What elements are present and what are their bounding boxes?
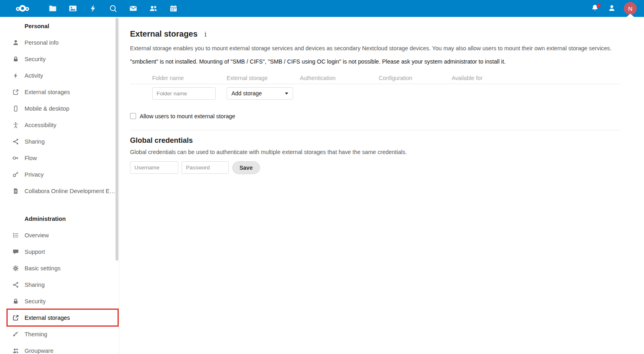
save-button[interactable]: Save	[232, 161, 260, 174]
sidebar-item-groupware[interactable]: Groupware	[0, 342, 119, 354]
sidebar-item-label: Privacy	[0, 171, 44, 178]
sidebar-scrollbar[interactable]	[116, 18, 118, 261]
external-storages-panel: External storages i External storage ena…	[120, 17, 644, 354]
smbclient-warning-text: "smbclient" is not installed. Mounting o…	[130, 58, 621, 66]
settings-sidebar: Personal Personal info Security Activity…	[0, 17, 119, 354]
notifications-bell-icon[interactable]	[591, 4, 600, 13]
sidebar-item-overview[interactable]: Overview	[0, 227, 119, 243]
sidebar-item-label: Support	[0, 249, 45, 255]
flow-icon	[12, 155, 19, 161]
photos-icon[interactable]	[68, 4, 77, 13]
page-title: External storages	[130, 29, 198, 39]
search-icon[interactable]	[109, 4, 118, 13]
sidebar-item-label: Theming	[0, 331, 47, 338]
sidebar-item-label: Sharing	[0, 282, 45, 288]
key-icon	[12, 171, 19, 178]
sidebar-section-administration: Administration Overview Support Basic se…	[0, 210, 119, 354]
contacts-menu-icon[interactable]	[608, 4, 617, 13]
files-icon[interactable]	[48, 4, 57, 13]
external-link-icon	[12, 89, 19, 95]
global-credentials-description: Global credentials can be used to authen…	[130, 149, 621, 155]
nextcloud-logo-icon[interactable]	[12, 3, 33, 14]
table-header-configuration: Configuration	[379, 75, 452, 81]
allow-users-checkbox-label: Allow users to mount external storage	[140, 113, 235, 119]
intro-text: External storage enables you to mount ex…	[130, 45, 621, 53]
user-menu-caret	[627, 14, 634, 17]
sidebar-item-flow[interactable]: Flow	[0, 150, 119, 166]
list-icon	[12, 232, 19, 239]
sidebar-item-label: Activity	[0, 72, 43, 79]
sidebar-item-label: Overview	[0, 232, 49, 239]
activity-icon[interactable]	[89, 4, 97, 13]
username-field[interactable]	[130, 161, 178, 174]
sidebar-item-label: Groupware	[0, 348, 54, 354]
global-credentials-title: Global credentials	[130, 136, 621, 145]
avatar[interactable]: N	[624, 2, 637, 15]
sidebar-item-security-personal[interactable]: Security	[0, 51, 119, 67]
sidebar-item-mobile-desktop[interactable]: Mobile & desktop	[0, 100, 119, 117]
user-icon	[12, 39, 19, 46]
document-icon	[12, 188, 19, 194]
table-header-authentication: Authentication	[300, 75, 379, 81]
calendar-icon[interactable]	[169, 4, 178, 13]
new-storage-row: Add storage	[130, 84, 621, 103]
sidebar-item-activity[interactable]: Activity	[0, 67, 119, 84]
mobile-icon	[12, 105, 19, 112]
table-header-folder-name: Folder name	[152, 75, 227, 81]
sidebar-item-security-admin[interactable]: Security	[0, 293, 119, 309]
contacts-icon[interactable]	[149, 4, 158, 13]
mail-icon[interactable]	[129, 4, 138, 13]
info-icon[interactable]: i	[204, 30, 206, 38]
sidebar-heading-administration: Administration	[0, 210, 119, 227]
share-icon	[12, 138, 19, 145]
sidebar-item-label: Security	[0, 56, 45, 62]
flash-icon	[12, 72, 19, 79]
notification-unread-dot	[597, 4, 601, 7]
add-storage-select-label: Add storage	[231, 90, 262, 97]
sidebar-item-label: Accessibility	[0, 122, 56, 128]
table-header-available-for: Available for	[452, 75, 621, 81]
sidebar-item-collabora[interactable]: Collabora Online Development Edit...	[0, 183, 119, 199]
table-header-row: Folder name External storage Authenticat…	[130, 73, 621, 84]
lock-icon	[12, 56, 19, 62]
sidebar-item-basic-settings[interactable]: Basic settings	[0, 260, 119, 276]
sidebar-item-label: Mobile & desktop	[0, 105, 69, 112]
comment-icon	[12, 249, 19, 255]
sidebar-item-support[interactable]: Support	[0, 243, 119, 260]
sidebar-item-label: Personal info	[0, 39, 59, 46]
sidebar-item-theming[interactable]: Theming	[0, 326, 119, 342]
folder-name-input[interactable]	[152, 87, 216, 100]
sidebar-item-label: External storages	[0, 89, 70, 95]
sidebar-item-label: Basic settings	[0, 265, 60, 272]
topbar-right-menu: N	[583, 0, 644, 17]
external-storages-table: Folder name External storage Authenticat…	[130, 73, 621, 103]
sidebar-heading-personal: Personal	[0, 18, 119, 34]
user-menu: N	[624, 0, 637, 17]
accessibility-icon	[12, 122, 19, 128]
sidebar-item-label: Sharing	[0, 138, 45, 145]
sidebar-item-label: External storages	[0, 315, 70, 321]
chevron-down-icon	[285, 93, 288, 95]
allow-users-checkbox[interactable]	[130, 113, 136, 119]
sidebar-item-privacy[interactable]: Privacy	[0, 166, 119, 183]
top-bar: N	[0, 0, 644, 17]
sidebar-item-sharing-admin[interactable]: Sharing	[0, 276, 119, 293]
gear-icon	[12, 265, 19, 272]
topbar-app-menu	[0, 0, 184, 17]
sidebar-item-label: Security	[0, 298, 45, 305]
external-link-icon	[12, 315, 19, 321]
sidebar-item-external-storages-admin[interactable]: External storages	[0, 309, 119, 326]
brush-icon	[12, 331, 19, 338]
sidebar-section-personal: Personal Personal info Security Activity…	[0, 17, 119, 199]
sidebar-item-external-storages-personal[interactable]: External storages	[0, 84, 119, 100]
group-icon	[12, 348, 19, 354]
password-field[interactable]	[182, 161, 229, 174]
sidebar-item-personal-info[interactable]: Personal info	[0, 34, 119, 51]
lock-icon	[12, 298, 19, 305]
sidebar-item-accessibility[interactable]: Accessibility	[0, 117, 119, 133]
sidebar-item-sharing-personal[interactable]: Sharing	[0, 133, 119, 150]
add-storage-select[interactable]: Add storage	[227, 87, 293, 100]
global-credentials-form: Save	[130, 161, 621, 174]
table-header-external-storage: External storage	[227, 75, 300, 81]
share-icon	[12, 282, 19, 288]
